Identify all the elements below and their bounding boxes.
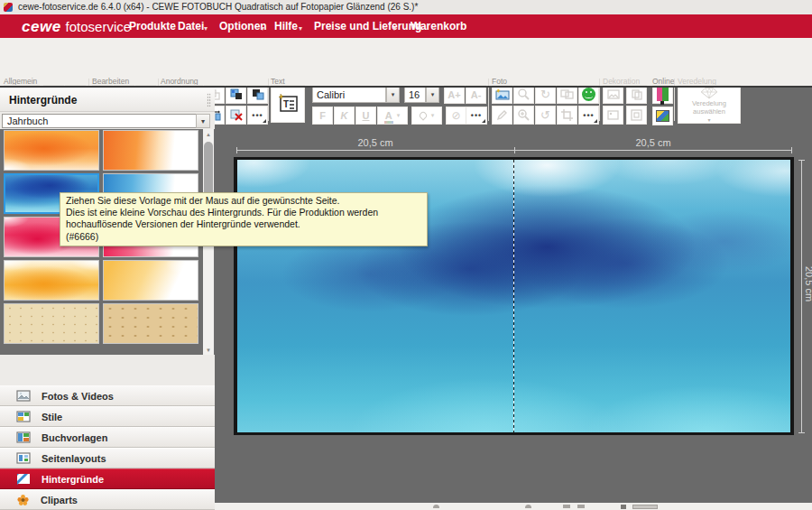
bottom-button-partial[interactable] bbox=[525, 505, 531, 508]
chevron-down-icon: ▾ bbox=[261, 24, 264, 32]
add-text-button[interactable]: T bbox=[271, 85, 305, 123]
sidebar-item-label: Buchvorlagen bbox=[42, 432, 107, 443]
photo-pair-button[interactable] bbox=[557, 85, 577, 104]
online-gallery-button[interactable] bbox=[652, 107, 673, 125]
chevron-down-icon: ▾ bbox=[201, 117, 205, 125]
sidebar-item-label: Cliparts bbox=[41, 495, 78, 505]
ruler-tick bbox=[236, 147, 237, 153]
font-increase-label: A+ bbox=[448, 89, 460, 100]
clear-style-button[interactable]: ⊘ bbox=[446, 107, 466, 125]
foto-more-button[interactable]: ••• bbox=[578, 106, 599, 125]
select-field: Jahrbuch bbox=[2, 114, 210, 128]
font-size-arrow[interactable]: ▾ bbox=[426, 87, 439, 103]
deko-image2-button[interactable] bbox=[603, 106, 623, 125]
tooltip-line2: Dies ist eine kleine Vorschau des Hinter… bbox=[66, 207, 421, 230]
background-thumbnail[interactable] bbox=[4, 303, 99, 344]
sidebar-item-cliparts[interactable]: Cliparts bbox=[0, 489, 215, 510]
menu-warenkorb[interactable]: Warenkorb bbox=[411, 20, 466, 32]
add-photo-icon bbox=[495, 88, 510, 100]
deko-frame-button[interactable] bbox=[626, 106, 647, 125]
select-arrow[interactable]: ▾ bbox=[196, 114, 210, 128]
deko-image-button[interactable] bbox=[603, 85, 623, 104]
bold-button[interactable]: F bbox=[312, 107, 333, 125]
remove-element-button[interactable] bbox=[226, 106, 246, 125]
font-decrease-button[interactable]: A- bbox=[466, 85, 486, 104]
bring-forward-button[interactable] bbox=[226, 85, 246, 104]
no-style-icon: ⊘ bbox=[451, 110, 460, 121]
online-image-icon bbox=[656, 110, 669, 122]
remove-x-icon bbox=[230, 109, 243, 121]
bottom-button-partial[interactable] bbox=[577, 505, 585, 508]
photo-pair-icon bbox=[560, 89, 574, 99]
background-thumbnail[interactable] bbox=[4, 260, 99, 301]
bottom-button-partial[interactable] bbox=[563, 505, 570, 508]
online-share-button[interactable] bbox=[652, 85, 673, 104]
sidebar-item-fotos-videos[interactable]: Fotos & Videos bbox=[0, 385, 215, 406]
photo-zoom-out-button[interactable] bbox=[513, 85, 534, 104]
font-family-value: Calibri bbox=[317, 89, 345, 100]
bottom-field-partial[interactable] bbox=[632, 505, 658, 509]
photos-icon bbox=[16, 390, 31, 402]
background-thumbnail[interactable] bbox=[103, 130, 198, 171]
copy-icon bbox=[632, 89, 642, 100]
sidebar-item-hintergruende[interactable]: Hintergründe bbox=[0, 468, 215, 489]
font-family-select[interactable]: Calibri bbox=[312, 87, 386, 103]
svg-text:T: T bbox=[283, 99, 289, 109]
text-more-button[interactable]: ••• bbox=[466, 107, 487, 125]
photo-reset-button[interactable]: ↺ bbox=[535, 106, 556, 125]
image-icon bbox=[607, 89, 620, 99]
menu-preise-lieferung[interactable]: Preise und Lieferung bbox=[314, 20, 421, 32]
sidebar-item-label: Hintergründe bbox=[42, 474, 104, 485]
bottom-button-partial[interactable] bbox=[621, 505, 626, 509]
send-backward-icon bbox=[252, 88, 264, 100]
pencil-icon bbox=[496, 109, 508, 121]
veredelung-button[interactable]: Veredelung auswählen ▾ bbox=[678, 85, 741, 124]
scroll-up-button[interactable]: ▲ bbox=[203, 129, 214, 139]
sidebar-item-buchvorlagen[interactable]: Buchvorlagen bbox=[0, 427, 215, 448]
italic-button[interactable]: K bbox=[334, 107, 355, 125]
panel-grip-icon[interactable] bbox=[207, 93, 211, 107]
ruler-tick bbox=[514, 147, 515, 153]
chevron-down-icon: ▾ bbox=[392, 24, 396, 32]
anordnung-more-button[interactable]: ••• bbox=[247, 106, 268, 125]
font-increase-button[interactable]: A+ bbox=[444, 85, 465, 104]
sidebar-item-seitenlayouts[interactable]: Seitenlayouts bbox=[0, 448, 215, 468]
chevron-down-icon: ▾ bbox=[397, 112, 401, 119]
text-color-button[interactable]: A▾ bbox=[377, 107, 408, 125]
deko-copy-button[interactable] bbox=[626, 85, 647, 104]
send-backward-button[interactable] bbox=[247, 85, 268, 104]
photo-crop-button[interactable] bbox=[557, 106, 577, 125]
font-size-select[interactable]: 16 bbox=[404, 87, 426, 103]
smiley-icon bbox=[582, 88, 595, 101]
text-fill-button[interactable]: ▾ bbox=[411, 107, 442, 125]
background-thumbnail[interactable] bbox=[103, 303, 198, 344]
background-thumbnail[interactable] bbox=[103, 260, 198, 301]
photo-edit-button[interactable] bbox=[492, 106, 512, 125]
photo-zoom-in-button[interactable] bbox=[513, 106, 534, 125]
menu-hilfe[interactable]: Hilfe bbox=[274, 20, 298, 32]
bottom-button-partial[interactable] bbox=[433, 505, 439, 508]
page-layouts-icon bbox=[16, 452, 31, 464]
ruler-tick bbox=[798, 160, 805, 161]
face-enhance-button[interactable] bbox=[578, 85, 599, 104]
menu-produkte[interactable]: Produkte bbox=[129, 20, 176, 32]
menu-optionen[interactable]: Optionen bbox=[219, 20, 267, 32]
ruler-tick bbox=[791, 147, 792, 153]
ruler-tick bbox=[798, 432, 805, 433]
menu-datei[interactable]: Datei bbox=[178, 20, 204, 32]
diamond-icon bbox=[696, 88, 723, 99]
chevron-down-icon: ▾ bbox=[299, 24, 302, 32]
corner-arrow bbox=[482, 119, 485, 123]
sidebar-item-stile[interactable]: Stile bbox=[0, 406, 215, 427]
font-family-arrow[interactable]: ▾ bbox=[386, 87, 400, 103]
underline-button[interactable]: U bbox=[355, 107, 376, 125]
arrow-down-icon: ▼ bbox=[206, 348, 211, 353]
photo-rotate-button[interactable]: ↻ bbox=[535, 85, 556, 104]
panel-header: Hintergründe bbox=[0, 88, 215, 112]
add-photo-button[interactable] bbox=[492, 85, 512, 104]
background-category-select[interactable]: Jahrbuch ▾ bbox=[2, 114, 210, 128]
ruler-label-right-page: 20,5 cm bbox=[514, 137, 792, 148]
chevron-down-icon: ▾ bbox=[431, 91, 435, 98]
background-thumbnail[interactable] bbox=[4, 130, 99, 171]
scroll-down-button[interactable]: ▼ bbox=[203, 345, 214, 355]
